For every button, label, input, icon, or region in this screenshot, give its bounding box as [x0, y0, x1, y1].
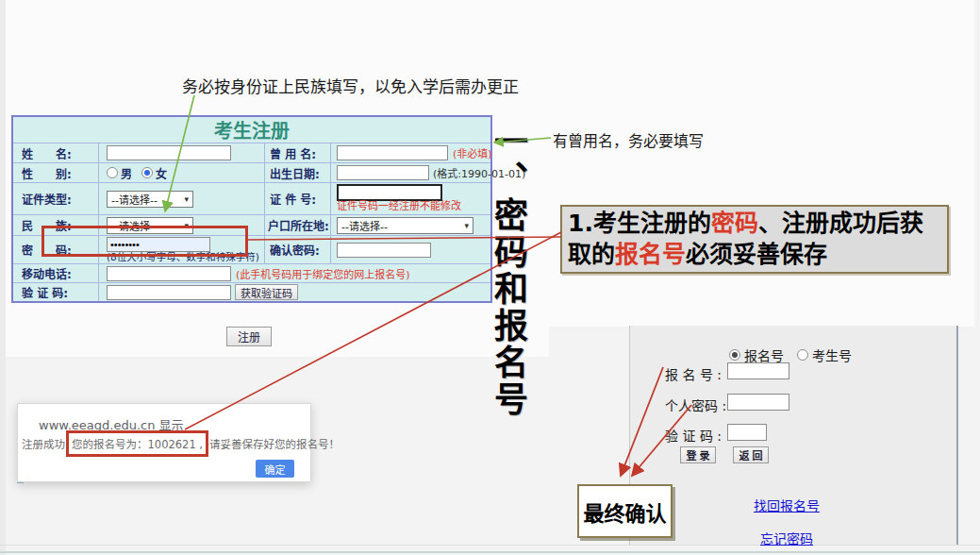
residence-select[interactable]: --请选择-- ▾: [337, 217, 473, 234]
registration-form-title: 考生注册: [13, 117, 490, 143]
final-confirm-box: 最终确认: [577, 484, 673, 538]
callout-text-password: 密码: [711, 210, 758, 237]
former-name-hint: (非必填): [453, 145, 492, 160]
login-password-input[interactable]: [727, 394, 789, 411]
mobile-label: 移动电话:: [13, 263, 98, 282]
slide-left-edge: [0, 0, 6, 555]
name-input[interactable]: [107, 145, 231, 160]
lower-left-white-background: [6, 327, 549, 357]
confirm-password-label: 确认密码:: [264, 235, 330, 263]
dialog-message-prefix: 注册成功: [22, 436, 65, 451]
forgot-password-link[interactable]: 忘记密码: [760, 529, 813, 547]
registration-form: 考生注册 姓 名: 曾 用 名: (非必填) 性 别: 男 女 出生日期: (格…: [11, 115, 492, 303]
chevron-down-icon: ▾: [464, 221, 469, 230]
mobile-input[interactable]: [107, 266, 231, 281]
chevron-down-icon: ▾: [184, 194, 189, 204]
baoming-radio-label: 报名号: [744, 345, 784, 364]
login-button[interactable]: 登 录: [680, 446, 716, 463]
id-type-label: 证件类型:: [13, 182, 98, 214]
former-name-label: 曾 用 名:: [264, 143, 330, 162]
gender-female-radio-icon[interactable]: [141, 167, 153, 178]
password-highlight-box: [42, 226, 248, 257]
id-number-input[interactable]: [337, 184, 442, 201]
callout-text-1: 1.考生注册的: [568, 210, 711, 237]
login-password-label: 个人密码 :: [665, 395, 726, 414]
dob-label: 出生日期:: [264, 162, 330, 182]
baoming-radio-icon[interactable]: [729, 349, 740, 361]
confirm-password-input[interactable]: [337, 243, 431, 258]
get-captcha-button[interactable]: 获取验证码: [235, 284, 298, 300]
mobile-hint: (此手机号码用于绑定您的网上报名号): [236, 266, 410, 281]
login-captcha-label: 验 证 码 :: [665, 426, 722, 445]
register-button[interactable]: 注册: [226, 327, 272, 346]
id-type-select[interactable]: --请选择-- ▾: [107, 191, 193, 208]
find-number-link[interactable]: 找回报名号: [754, 496, 820, 514]
callout-box: 1.考生注册的密码、注册成功后获取的报名号必须妥善保存: [560, 205, 949, 274]
login-type-radios: 报名号 考生号: [729, 345, 852, 364]
captcha-label: 验 证 码:: [13, 282, 98, 301]
bottom-faint-line: [0, 545, 980, 546]
id-number-label: 证 件 号:: [264, 182, 330, 214]
former-name-annotation: 有曾用名，务必要填写: [553, 128, 704, 151]
login-captcha-input[interactable]: [727, 424, 767, 441]
callout-text-3: 必须妥善保存: [686, 241, 827, 268]
callout-text-regnumber: 报名号: [615, 241, 686, 268]
residence-label: 户口所在地:: [264, 214, 330, 235]
name-label: 姓 名:: [13, 143, 98, 162]
gender-female-label: 女: [156, 165, 167, 181]
kaosheng-radio-icon[interactable]: [797, 349, 808, 361]
ethnicity-annotation: 务必按身份证上民族填写，以免入学后需办更正: [182, 74, 519, 97]
gender-label: 性 别:: [13, 162, 98, 182]
section-title-vertical: 一、密码和报名号: [489, 124, 525, 418]
login-baoming-input[interactable]: [727, 362, 789, 379]
login-baoming-label: 报 名 号 :: [665, 364, 722, 383]
back-button[interactable]: 返 回: [733, 446, 769, 463]
dob-input[interactable]: [337, 165, 429, 180]
gender-male-radio-icon[interactable]: [107, 167, 118, 178]
browser-dialog: www.eeagd.edu.cn 显示 注册成功 您的报名号为：1002621 …: [17, 403, 311, 482]
registration-number-highlight-box: 您的报名号为：1002621 ,: [66, 430, 208, 457]
captcha-input[interactable]: [107, 285, 231, 300]
dialog-ok-button[interactable]: 确定: [256, 460, 294, 478]
dialog-message-suffix: 请妥善保存好您的报名号！: [209, 436, 340, 451]
former-name-input[interactable]: [337, 145, 448, 160]
id-number-warning: 证件号码一经注册不能修改: [337, 201, 461, 212]
kaosheng-radio-label: 考生号: [812, 345, 852, 364]
slide-bottom-edge: [0, 551, 980, 553]
gender-male-label: 男: [121, 165, 132, 181]
